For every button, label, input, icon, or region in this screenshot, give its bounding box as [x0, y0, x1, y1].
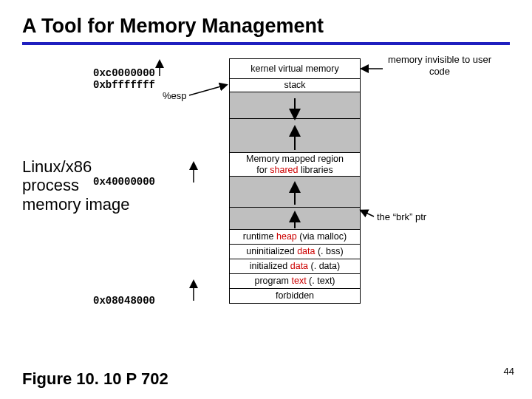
mmap-text-lib: libraries: [299, 165, 333, 175]
region-bss: uninitialized data (. bss): [229, 245, 361, 259]
region-gap-below-mmap: [229, 177, 361, 208]
mmap-text-shared: shared: [270, 165, 298, 175]
region-forbidden: forbidden: [229, 289, 361, 304]
mmap-text-2: for: [256, 165, 270, 175]
figure-reference: Figure 10. 10 P 702: [22, 369, 168, 389]
addr-text-start: 0x08048000: [93, 295, 155, 307]
region-kernel: kernel virtual memory: [229, 58, 361, 79]
region-stack: stack: [229, 79, 361, 92]
region-heap-space: [229, 208, 361, 230]
text-post: (. text): [307, 276, 335, 286]
bss-red: data: [297, 246, 315, 256]
region-heap: runtime heap (via malloc): [229, 230, 361, 245]
addr-kernel-top: 0xc0000000: [93, 67, 155, 79]
data-pre: initialized: [250, 261, 290, 271]
data-post: (. data): [308, 261, 340, 271]
region-column: kernel virtual memory stack Memory mappe…: [229, 58, 361, 304]
region-gap-above-mmap: [229, 119, 361, 153]
bss-pre: uninitialized: [246, 246, 297, 256]
heap-red: heap: [276, 231, 297, 242]
page-number: 44: [504, 366, 514, 377]
addr-stack-top: 0xbfffffff: [93, 79, 155, 91]
bss-post: (. bss): [315, 246, 343, 256]
region-text: program text (. text): [229, 274, 361, 289]
memory-layout-diagram: Linux/x86 process memory image 0xc000000…: [22, 54, 510, 342]
page-title: A Tool for Memory Management: [22, 15, 510, 38]
kernel-note: memory invisible to user code: [384, 54, 495, 77]
heap-post: (via malloc): [297, 231, 347, 242]
svg-line-7: [361, 211, 374, 216]
heap-pre: runtime: [243, 231, 276, 242]
svg-line-1: [189, 85, 226, 95]
text-red: text: [291, 276, 306, 286]
region-stack-space: [229, 92, 361, 119]
addr-sharedlib: 0x40000000: [93, 176, 155, 188]
esp-label: %esp: [163, 90, 187, 101]
title-rule: [22, 42, 510, 45]
region-mmap: Memory mapped region for shared librarie…: [229, 153, 361, 177]
mmap-text-1: Memory mapped region: [246, 154, 344, 164]
region-data: initialized data (. data): [229, 259, 361, 274]
text-pre: program: [254, 276, 291, 286]
data-red: data: [290, 261, 308, 271]
brk-note: the “brk” ptr: [377, 211, 426, 223]
